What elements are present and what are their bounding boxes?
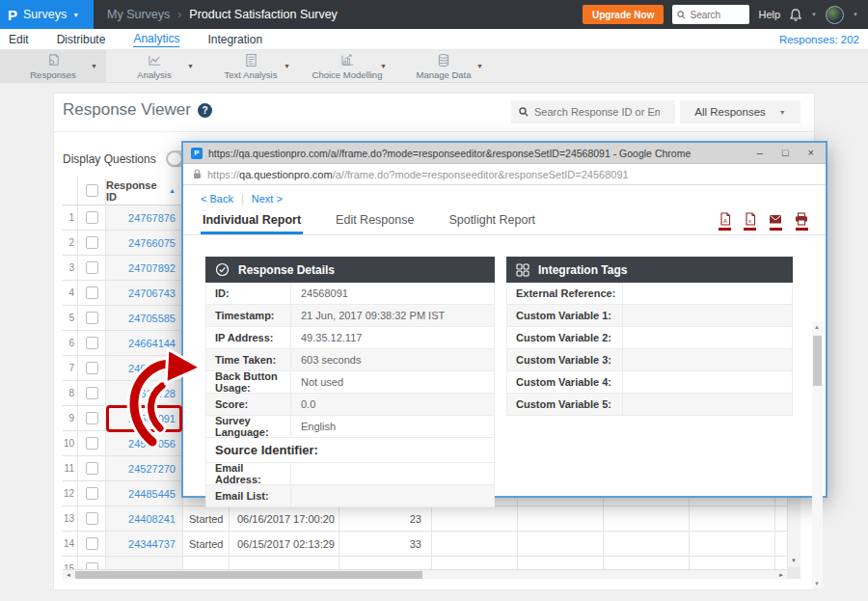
scroll-left-icon[interactable]: ◄ [66,572,71,578]
scroll-up-icon[interactable]: ▲ [814,324,820,330]
nav-integration[interactable]: Integration [207,33,262,46]
row-number: 4 [63,281,78,306]
row-checkbox[interactable] [86,362,98,374]
chevron-down-icon[interactable]: ▼ [380,63,387,69]
maximize-icon[interactable]: □ [782,148,789,158]
toolbar-responses[interactable]: Responses ▼ [0,50,106,83]
tab-edit-response[interactable]: Edit Response [334,213,416,234]
popup-title-bar[interactable]: P https://qa.questionpro.com/a//frame.do… [183,143,826,164]
response-id-link[interactable]: 24706743 [106,281,183,306]
response-id-link[interactable]: 24707892 [106,256,183,281]
minimize-icon[interactable]: – [757,148,763,158]
row-status: Started [183,506,230,532]
back-link[interactable]: < Back [201,193,233,205]
close-icon[interactable]: × [808,148,814,158]
toolbar-choice-modelling[interactable]: Choice Modelling ▼ [299,50,395,83]
detail-row: Custom Variable 3: [506,349,793,371]
select-all-checkbox[interactable] [86,184,98,197]
scroll-right-icon[interactable]: ► [778,572,784,578]
row-checkbox[interactable] [86,412,98,424]
detail-value: 0.0 [291,394,494,415]
detail-label: Time Taken: [206,349,291,370]
row-checkbox[interactable] [86,211,98,224]
response-id-link[interactable]: 24766075 [106,231,183,256]
scrollbar-thumb[interactable] [75,571,422,579]
response-id-link[interactable]: 24705585 [106,306,183,331]
detail-label: Custom Variable 2: [507,327,623,348]
row-checkbox[interactable] [86,287,98,299]
email-icon[interactable] [769,212,782,231]
scrollbar-corner [787,567,800,579]
row-checkbox[interactable] [86,261,98,274]
nav-distribute[interactable]: Distribute [57,33,106,46]
response-id-link[interactable]: 24527270 [106,456,183,481]
toolbar-analysis[interactable]: Analysis ▼ [106,50,203,83]
nav-analytics[interactable]: Analytics [133,32,179,47]
chevron-down-icon[interactable]: ▼ [187,63,194,69]
row-checkbox[interactable] [86,462,98,475]
product-switcher[interactable]: P Surveys ▼ [0,0,94,29]
row-checkbox[interactable] [86,236,98,249]
integration-tags-rows: External Reference:Custom Variable 1:Cus… [506,283,793,416]
account-chevron-icon[interactable]: ▼ [853,12,858,17]
breadcrumb-my-surveys[interactable]: My Surveys [107,8,170,21]
response-details-panel: Response Details ID:24568091Timestamp:21… [205,257,495,507]
print-icon[interactable] [795,212,808,231]
response-id-link[interactable]: 24344737 [106,532,183,557]
pdf-export-icon[interactable]: A [719,212,731,231]
row-checkbox[interactable] [86,337,98,349]
next-link[interactable]: Next > [252,193,283,205]
tab-spotlight-report[interactable]: Spotlight Report [447,213,537,234]
row-checkbox[interactable] [86,437,98,450]
detail-label: ID: [206,283,291,304]
top-bar: P Surveys ▼ My Surveys › Product Satisfa… [0,0,868,29]
response-id-link[interactable]: 24408241 [106,506,183,532]
help-link[interactable]: Help [758,9,780,20]
row-checkbox[interactable] [86,512,98,525]
notifications-bell-icon[interactable] [789,8,802,22]
detail-label: Survey Language: [206,416,291,437]
record-pager: < Back | Next > [183,185,826,206]
response-id-link[interactable]: 24767876 [106,205,183,231]
popup-url-bar[interactable]: https://qa.questionpro.com/a//frame.do?m… [183,164,826,185]
bell-chevron-icon[interactable]: ▼ [811,12,817,17]
tab-individual-report[interactable]: Individual Report [201,213,303,234]
response-filter-dropdown[interactable]: All Responses ▼ [680,100,800,123]
detail-value [623,394,792,415]
chevron-down-icon[interactable]: ▼ [91,63,97,69]
toolbar-manage-data[interactable]: Manage Data ▼ [395,50,492,83]
response-id-link[interactable] [106,557,183,569]
row-number: 14 [63,532,78,557]
row-checkbox[interactable] [86,487,98,500]
toolbar-text-analysis[interactable]: Text Analysis ▼ [203,50,299,83]
column-header-response-id[interactable]: Response ID ▲ [106,177,183,205]
popup-vertical-scrollbar[interactable]: ▲ ▼ [812,322,823,588]
chevron-down-icon[interactable]: ▼ [284,63,290,69]
row-checkbox[interactable] [86,537,98,550]
detail-row: Score:0.0 [205,394,495,416]
table-row: 1324408241Started06/16/2017 17:00:2023 [63,506,787,532]
avatar[interactable] [826,6,844,24]
row-checkbox[interactable] [86,387,98,399]
detail-value [291,463,494,484]
scrollbar-thumb[interactable] [813,336,822,386]
nav-edit[interactable]: Edit [9,33,29,46]
row-checkbox[interactable] [86,312,98,324]
upgrade-now-button[interactable]: Upgrade Now [583,5,664,24]
global-search-input[interactable] [690,10,744,20]
help-question-icon[interactable]: ? [198,103,212,118]
scroll-down-icon[interactable]: ▼ [791,558,797,563]
scroll-down-icon[interactable]: ▼ [814,581,820,587]
chevron-down-icon[interactable]: ▼ [476,63,483,69]
global-search[interactable] [672,5,749,24]
row-checkbox[interactable] [86,562,98,569]
table-horizontal-scrollbar[interactable]: ◄ ► [63,569,787,579]
integration-tags-panel: Integration Tags External Reference:Cust… [506,257,793,416]
product-menu-label: Surveys [23,8,67,21]
response-id-link[interactable]: 24485445 [106,481,183,506]
detail-row: Custom Variable 2: [506,327,793,349]
excel-export-icon[interactable]: x [744,212,756,231]
response-search[interactable] [511,100,675,123]
detail-label: External Reference: [507,283,623,304]
response-search-input[interactable] [534,106,660,118]
